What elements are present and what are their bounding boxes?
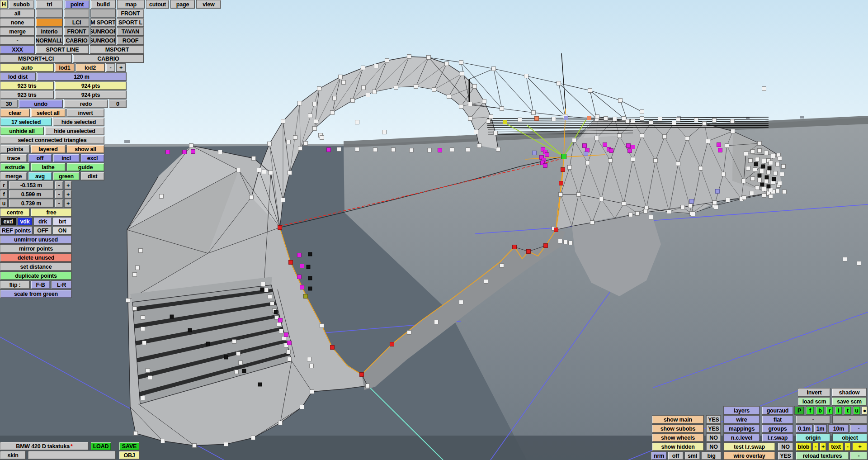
brt[interactable]: brt [53, 217, 72, 226]
blob[interactable]: blob [796, 442, 811, 451]
vertex-point[interactable] [533, 151, 537, 155]
vertex-point[interactable] [640, 117, 644, 121]
vertex-point[interactable] [126, 299, 130, 303]
vertex-point[interactable] [250, 195, 254, 199]
vertex-point[interactable] [355, 120, 359, 124]
map[interactable]: map [117, 0, 145, 9]
save-button[interactable]: SAVE [119, 442, 140, 451]
on[interactable]: ON [53, 226, 72, 235]
origin[interactable]: origin [796, 433, 830, 442]
vertex-point[interactable] [609, 159, 613, 163]
excl[interactable]: excl [80, 154, 104, 162]
wire[interactable]: wire [723, 415, 760, 424]
vertex-point[interactable] [772, 177, 776, 181]
vertex-point[interactable] [676, 162, 680, 166]
vertex-point[interactable] [459, 61, 463, 65]
gouraud[interactable]: gouraud [762, 406, 793, 415]
vertex-point[interactable] [667, 210, 671, 214]
channel-f[interactable]: f [806, 406, 814, 415]
vertex-point[interactable] [361, 66, 365, 70]
show-hidden-toggle[interactable]: NO [706, 442, 721, 451]
vertex-point[interactable] [524, 74, 528, 78]
exd[interactable]: exd [0, 217, 16, 226]
vertex-point[interactable] [304, 294, 308, 299]
vertex-point[interactable] [857, 261, 861, 266]
vertex-point[interactable] [843, 257, 847, 261]
vertex-point[interactable] [281, 119, 285, 123]
vertex-point[interactable] [193, 444, 197, 448]
cell[interactable]: - [796, 415, 830, 424]
load-scm[interactable]: load scm [798, 397, 830, 406]
channel-t[interactable]: t [844, 406, 851, 415]
all[interactable]: all [0, 9, 35, 18]
text[interactable]: text [828, 442, 844, 451]
vertex-point[interactable] [622, 117, 626, 121]
vertex-point[interactable] [558, 239, 562, 243]
channel-p[interactable]: P [794, 406, 804, 415]
vertex-point[interactable] [459, 104, 463, 109]
none[interactable]: none [0, 18, 35, 27]
vertex-point[interactable] [583, 144, 587, 148]
vertex-point[interactable] [769, 194, 773, 199]
vertex-point[interactable] [407, 55, 411, 59]
vertex-point[interactable] [258, 383, 262, 386]
vertex-point[interactable] [577, 193, 581, 197]
vertex-point[interactable] [780, 172, 784, 176]
vertex-point[interactable] [293, 136, 297, 140]
vdk[interactable]: vdk [17, 217, 33, 226]
off[interactable]: off [668, 451, 684, 460]
vertex-point[interactable] [308, 287, 312, 290]
green-reference-point[interactable] [561, 154, 566, 159]
m-sport[interactable]: M SPORT [90, 18, 116, 27]
tri[interactable]: tri [36, 0, 63, 9]
axis-f-value[interactable]: 0.599 m [9, 190, 54, 199]
vertex-point[interactable] [148, 376, 152, 380]
vertex-point[interactable] [330, 346, 335, 350]
vertex-point[interactable] [320, 324, 324, 328]
vertex-point[interactable] [640, 134, 644, 138]
vertex-point[interactable] [161, 439, 165, 443]
off[interactable]: off [28, 154, 52, 162]
vertex-point[interactable] [559, 181, 563, 185]
vertex-point[interactable] [742, 179, 746, 183]
unmirror-unused[interactable]: unmirror unused [0, 235, 72, 244]
vertex-point[interactable] [366, 93, 370, 97]
vertex-point[interactable] [235, 370, 239, 374]
vertex-point[interactable] [758, 142, 762, 146]
hide-unselected[interactable]: hide unselected [45, 127, 104, 135]
vertex-point[interactable] [355, 147, 359, 152]
vertex-point[interactable] [751, 177, 755, 181]
vertex-point[interactable] [484, 280, 488, 284]
vertex-point[interactable] [300, 405, 304, 409]
vertex-point[interactable] [663, 135, 667, 139]
vertex-point[interactable] [595, 136, 599, 140]
vertex-point[interactable] [459, 300, 463, 304]
vertex-point[interactable] [554, 228, 558, 232]
vertex-point[interactable] [636, 212, 640, 216]
vertex-point[interactable] [410, 148, 414, 152]
vertex-point[interactable] [142, 341, 146, 345]
vertex-point[interactable] [749, 159, 753, 163]
vertex-point[interactable] [769, 161, 773, 165]
vertex-point[interactable] [310, 364, 314, 368]
drk[interactable]: drk [33, 217, 52, 226]
layer-slot[interactable] [64, 9, 90, 18]
vertex-point[interactable] [604, 117, 608, 121]
vertex-point[interactable] [284, 333, 288, 337]
vertex-point[interactable] [307, 265, 310, 269]
invert[interactable]: invert [798, 388, 830, 397]
vertex-point[interactable] [631, 145, 635, 149]
vertex-point[interactable] [767, 185, 770, 188]
vertex-point[interactable] [494, 131, 498, 135]
vertex-point[interactable] [394, 85, 398, 90]
vertex-point[interactable] [432, 88, 436, 92]
vertex-point[interactable] [644, 209, 648, 213]
vertex-point[interactable] [776, 162, 780, 166]
show-hidden[interactable]: show hidden [652, 442, 704, 451]
off[interactable]: OFF [33, 226, 52, 235]
vertex-point[interactable] [776, 189, 780, 193]
vertex-point[interactable] [392, 148, 396, 152]
save-scm[interactable]: save scm [832, 397, 867, 406]
scale-from-green[interactable]: scale from green [0, 289, 72, 298]
1m[interactable]: 1m [814, 424, 827, 433]
